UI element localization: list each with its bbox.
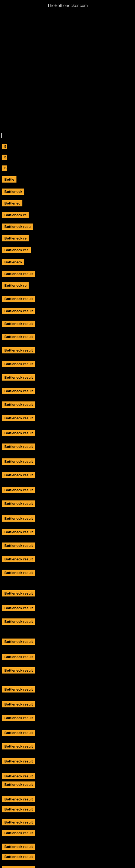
bottleneck-label: Bottleneck res	[2, 247, 31, 253]
bottleneck-label: Bottleneck result	[2, 773, 35, 779]
bottleneck-label: Bottleneck result	[2, 715, 35, 721]
bottleneck-label: Bottleneck result	[2, 781, 35, 788]
bottleneck-row[interactable]: Bottle	[1, 176, 16, 184]
bottleneck-row[interactable]: Bottleneck result	[1, 556, 35, 563]
bottleneck-row[interactable]: Bottleneck	[1, 188, 24, 196]
bottleneck-label: Bottleneck result	[2, 443, 35, 450]
bottleneck-row[interactable]: Bottleneck result	[1, 487, 35, 494]
bottleneck-row[interactable]: Bottleneck result	[1, 388, 35, 395]
bottleneck-label: Bottleneck result	[2, 854, 35, 860]
bottleneck-label: Bottleneck re	[2, 282, 29, 289]
bottleneck-label: Bottleneck result	[2, 296, 35, 302]
bottleneck-row[interactable]: Bottleneck result	[1, 271, 35, 278]
bottleneck-row[interactable]: Bottleneck result	[1, 639, 35, 646]
bottleneck-label: Bottleneck result	[2, 844, 35, 850]
bottleneck-row[interactable]: B	[1, 144, 7, 150]
bottleneck-row[interactable]: Bottleneck result	[1, 529, 35, 536]
bottleneck-label: Bottleneck result	[2, 374, 35, 380]
bottleneck-row[interactable]: Bottleneck result	[1, 730, 35, 737]
bottleneck-row[interactable]: Bottleneck result	[1, 296, 35, 303]
bottleneck-label: Bottleneck result	[2, 667, 35, 674]
bottleneck-row[interactable]: Bottleneck	[1, 259, 24, 267]
bottleneck-label: Bottleneck result	[2, 819, 35, 826]
bottleneck-label: Bottleneck result	[2, 334, 35, 340]
bottleneck-row[interactable]: Bottleneck result	[1, 844, 35, 851]
bottleneck-row[interactable]: Bottleneck result	[1, 430, 35, 437]
bottleneck-label: Bottleneck result	[2, 654, 35, 660]
bottleneck-row[interactable]: Bottleneck result	[1, 654, 35, 661]
bottleneck-row[interactable]: Bottleneck result	[1, 334, 35, 341]
bottleneck-row[interactable]: Bottleneck re	[1, 282, 29, 290]
bottleneck-row[interactable]: Bottleneck result	[1, 715, 35, 722]
bottleneck-row[interactable]: Bottleneck result	[1, 796, 35, 803]
bottleneck-label: Bottleneck	[2, 188, 24, 195]
bottleneck-row[interactable]: Bottleneck result	[1, 590, 35, 597]
bottleneck-label: Bottleneck result	[2, 472, 35, 478]
bottleneck-label: Bottleneck result	[2, 830, 35, 836]
bottleneck-label: B	[2, 165, 7, 171]
site-title: TheBottlenecker.com	[0, 0, 135, 10]
cursor-line	[1, 133, 2, 138]
bottleneck-label: Bottleneck result	[2, 361, 35, 367]
bottleneck-label: Bottle	[2, 176, 16, 183]
bottleneck-label: Bottleneck result	[2, 388, 35, 394]
bottleneck-label: Bottleneck resu	[2, 223, 33, 230]
bottleneck-label: Bottleneck result	[2, 758, 35, 764]
bottleneck-row[interactable]: Bottleneck result	[1, 667, 35, 675]
bottleneck-row[interactable]: Bottleneck result	[1, 415, 35, 422]
bottleneck-row[interactable]: Bottleneck result	[1, 443, 35, 451]
bottleneck-row[interactable]: Bottleneck resu	[1, 223, 33, 231]
bottleneck-row[interactable]: Bottleneck result	[1, 500, 35, 508]
bottleneck-label: Bottleneck result	[2, 529, 35, 535]
bottleneck-row[interactable]: Bottleneck result	[1, 458, 35, 466]
bottleneck-row[interactable]: Bottleneck result	[1, 866, 35, 868]
bottleneck-label: Bottleneck result	[2, 590, 35, 596]
bottleneck-label: Bottleneck result	[2, 730, 35, 736]
bottleneck-row[interactable]: Bottleneck res	[1, 247, 31, 254]
bottleneck-label: Bottleneck result	[2, 686, 35, 692]
bottleneck-row[interactable]: Bottleneck result	[1, 569, 35, 577]
bottleneck-row[interactable]: Bottleneck result	[1, 854, 35, 861]
bottleneck-row[interactable]: Bottleneck result	[1, 781, 35, 789]
bottleneck-row[interactable]: Bottleneck result	[1, 819, 35, 827]
bottleneck-label: Bottleneck re	[2, 212, 29, 218]
bottleneck-label: Bottleneck result	[2, 806, 35, 812]
bottleneck-row[interactable]: Bottleneck result	[1, 516, 35, 523]
bottleneck-label: Bottleneck result	[2, 618, 35, 625]
bottleneck-label: Bottleneck result	[2, 516, 35, 522]
bottleneck-row[interactable]: Bottleneck result	[1, 830, 35, 837]
bottleneck-row[interactable]: Bottleneck result	[1, 308, 35, 315]
bottleneck-row[interactable]: Bottleneck result	[1, 605, 35, 612]
bottleneck-label: Bottleneck result	[2, 701, 35, 707]
bottleneck-label: B	[2, 144, 7, 149]
bottleneck-row[interactable]: Bottleneck result	[1, 374, 35, 382]
bottleneck-label: Bottleneck result	[2, 500, 35, 507]
bottleneck-label: Bottleneck result	[2, 866, 35, 868]
bottleneck-row[interactable]: B	[1, 155, 7, 161]
bottleneck-row[interactable]: B	[1, 165, 7, 172]
bottleneck-row[interactable]: Bottleneck result	[1, 361, 35, 368]
bottleneck-row[interactable]: Bottleneck result	[1, 701, 35, 709]
bottleneck-label: Bottleneck result	[2, 415, 35, 421]
bottleneck-label: B	[2, 155, 7, 160]
bottleneck-label: Bottleneck result	[2, 605, 35, 611]
bottleneck-row[interactable]: Bottleneck result	[1, 401, 35, 409]
bottleneck-row[interactable]: Bottleneck result	[1, 758, 35, 766]
bottleneck-row[interactable]: Bottleneck result	[1, 773, 35, 780]
bottleneck-row[interactable]: Bottlenec	[1, 200, 22, 208]
bottleneck-row[interactable]: Bottleneck result	[1, 686, 35, 693]
bottleneck-row[interactable]: Bottleneck result	[1, 743, 35, 750]
bottleneck-row[interactable]: Bottleneck re	[1, 235, 29, 243]
bottleneck-label: Bottleneck result	[2, 271, 35, 277]
bottleneck-label: Bottleneck result	[2, 569, 35, 576]
bottleneck-row[interactable]: Bottleneck result	[1, 472, 35, 479]
bottleneck-label: Bottleneck result	[2, 556, 35, 562]
bottleneck-label: Bottleneck	[2, 259, 24, 265]
bottleneck-row[interactable]: Bottleneck result	[1, 347, 35, 354]
bottleneck-row[interactable]: Bottleneck result	[1, 618, 35, 626]
bottleneck-row[interactable]: Bottleneck re	[1, 212, 29, 219]
bottleneck-row[interactable]: Bottleneck result	[1, 542, 35, 550]
bottleneck-label: Bottleneck result	[2, 487, 35, 493]
bottleneck-row[interactable]: Bottleneck result	[1, 806, 35, 813]
bottleneck-row[interactable]: Bottleneck result	[1, 321, 35, 328]
